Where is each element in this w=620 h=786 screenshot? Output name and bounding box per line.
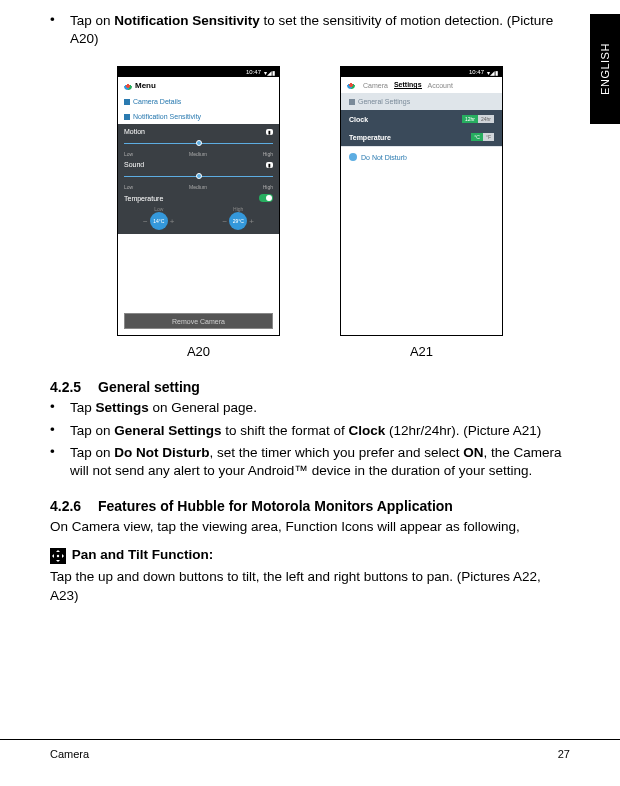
intro-bullet: • Tap on Notification Sensitivity to set…	[50, 12, 570, 48]
sound-slider	[124, 170, 273, 182]
app-logo-icon	[124, 82, 132, 90]
figure-a21: 10:47▾◢▮ Camera Settings Account General…	[340, 66, 503, 336]
svg-marker-0	[56, 550, 60, 552]
dnd-row: Do Not Disturb	[341, 146, 502, 167]
footer-left: Camera	[50, 748, 89, 760]
dnd-icon	[349, 153, 357, 161]
remove-camera-button: Remove Camera	[124, 313, 273, 329]
s426-intro: On Camera view, tap the viewing area, Fu…	[50, 518, 570, 537]
status-bar: 10:47▾◢▮	[118, 67, 279, 77]
tabs-row: Camera Settings Account	[341, 77, 502, 93]
pan-tilt-icon	[50, 548, 66, 564]
footer-page-number: 27	[558, 748, 570, 760]
app-logo-icon	[347, 81, 355, 89]
motion-slider	[124, 137, 273, 149]
bullet-425-2: • Tap on General Settings to shift the f…	[50, 422, 570, 440]
menu-header: Menu	[118, 77, 279, 94]
pan-tilt-body: Tap the up and down buttons to tilt, the…	[50, 568, 570, 606]
sensitivity-panel: Motion▮ LowMediumHigh Sound▮ LowMediumHi…	[118, 124, 279, 234]
heading-4-2-6: 4.2.6Features of Hubble for Motorola Mon…	[50, 498, 570, 514]
camera-details-row: Camera Details	[118, 94, 279, 109]
svg-marker-2	[52, 554, 54, 558]
square-icon	[124, 114, 130, 120]
heading-4-2-5: 4.2.5General setting	[50, 379, 570, 395]
page-footer: Camera 27	[0, 739, 620, 786]
temperature-row: Temperature °C°F	[341, 128, 502, 146]
bullet-425-3: • Tap on Do Not Disturb, set the timer w…	[50, 444, 570, 480]
caption-a20: A20	[117, 344, 280, 359]
svg-point-4	[57, 554, 59, 556]
caption-a21: A21	[340, 344, 503, 359]
toggle-icon	[259, 194, 273, 202]
pan-tilt-heading: Pan and Tilt Function:	[50, 547, 570, 563]
language-label: ENGLISH	[599, 43, 611, 95]
status-bar: 10:47▾◢▮	[341, 67, 502, 77]
general-settings-row: General Settings	[341, 93, 502, 110]
svg-marker-1	[56, 560, 60, 562]
square-icon	[349, 99, 355, 105]
bullet-425-1: • Tap Settings on General page.	[50, 399, 570, 417]
svg-marker-3	[62, 554, 64, 558]
language-tab: ENGLISH	[590, 14, 620, 124]
clock-row: Clock 12hr24hr	[341, 110, 502, 128]
bullet-mark: •	[50, 12, 70, 48]
notif-sens-row: Notification Sensitivity	[118, 109, 279, 124]
square-icon	[124, 99, 130, 105]
figure-a20: 10:47▾◢▮ Menu Camera Details Notificatio…	[117, 66, 280, 336]
intro-text: Tap on Notification Sensitivity to set t…	[70, 12, 570, 48]
